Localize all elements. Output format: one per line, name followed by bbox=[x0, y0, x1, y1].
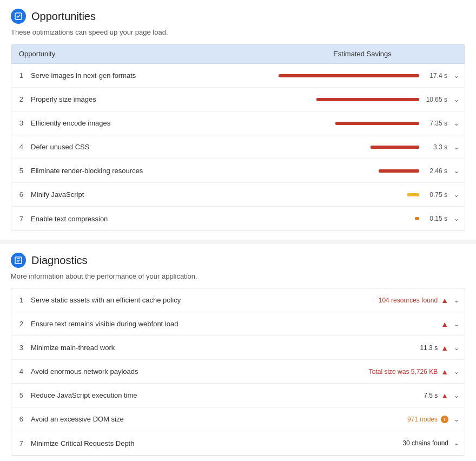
diag-badge: 30 chains found bbox=[402, 439, 448, 447]
row-number: 3 bbox=[11, 119, 28, 127]
expand-chevron[interactable]: ⌄ bbox=[454, 143, 459, 151]
diagnostics-header: Diagnostics bbox=[11, 253, 465, 268]
row-number: 7 bbox=[11, 215, 28, 223]
savings-bar bbox=[371, 146, 419, 149]
table-row: 7 Enable text compression 0.15 s ⌄ bbox=[11, 207, 465, 230]
warning-icon: ▲ bbox=[441, 367, 448, 376]
opportunities-description: These optimizations can speed up your pa… bbox=[11, 28, 465, 36]
table-row: 4 Defer unused CSS 3.3 s ⌄ bbox=[11, 135, 465, 159]
savings-bar bbox=[379, 169, 419, 173]
diag-row: 3 Minimize main-thread work 11.3 s ▲ ⌄ bbox=[11, 336, 465, 360]
table-row: 5 Eliminate render-blocking resources 2.… bbox=[11, 159, 465, 183]
expand-chevron[interactable]: ⌄ bbox=[454, 215, 459, 222]
expand-chevron[interactable]: ⌄ bbox=[454, 439, 459, 447]
diag-badge: Total size was 5,726 KB bbox=[369, 368, 438, 376]
row-number: 3 bbox=[11, 344, 28, 352]
row-savings: 10.65 s ⌄ bbox=[260, 91, 465, 108]
expand-chevron[interactable]: ⌄ bbox=[454, 96, 459, 103]
expand-chevron[interactable]: ⌄ bbox=[454, 320, 459, 328]
savings-value: 7.35 s bbox=[424, 120, 447, 127]
row-savings: 7.35 s ⌄ bbox=[260, 115, 465, 131]
table-row: 2 Properly size images 10.65 s ⌄ bbox=[11, 88, 465, 111]
opportunities-icon bbox=[11, 9, 26, 24]
row-label: Defer unused CSS bbox=[28, 139, 260, 155]
expand-chevron[interactable]: ⌄ bbox=[454, 344, 459, 352]
diag-row: 7 Minimize Critical Requests Depth 30 ch… bbox=[11, 431, 465, 455]
warning-icon: ▲ bbox=[441, 320, 448, 328]
expand-chevron[interactable]: ⌄ bbox=[454, 392, 459, 399]
diag-badge: 104 resources found bbox=[379, 297, 438, 304]
row-savings: 0.15 s ⌄ bbox=[260, 210, 465, 227]
diag-value: ▲ ⌄ bbox=[260, 315, 465, 333]
diagnostics-icon bbox=[11, 253, 26, 268]
diag-badge: 11.3 s bbox=[420, 344, 438, 352]
diag-row: 4 Avoid enormous network payloads Total … bbox=[11, 360, 465, 384]
expand-chevron[interactable]: ⌄ bbox=[454, 72, 459, 80]
row-number: 2 bbox=[11, 320, 28, 328]
diag-row: 1 Serve static assets with an efficient … bbox=[11, 288, 465, 312]
bar-container bbox=[266, 146, 419, 149]
diag-value: Total size was 5,726 KB ▲ ⌄ bbox=[260, 363, 465, 380]
row-number: 5 bbox=[11, 391, 28, 399]
expand-chevron[interactable]: ⌄ bbox=[454, 120, 459, 127]
diag-value: 104 resources found ▲ ⌄ bbox=[260, 292, 465, 309]
diag-label: Avoid an excessive DOM size bbox=[28, 411, 260, 427]
row-label: Efficiently encode images bbox=[28, 115, 260, 131]
diagnostics-section: Diagnostics More information about the p… bbox=[0, 244, 476, 461]
diag-row: 6 Avoid an excessive DOM size 971 nodes … bbox=[11, 407, 465, 431]
savings-bar bbox=[415, 217, 419, 220]
table-row: 1 Serve images in next-gen formats 17.4 … bbox=[11, 64, 465, 88]
row-number: 1 bbox=[11, 71, 28, 80]
table-row: 3 Efficiently encode images 7.35 s ⌄ bbox=[11, 111, 465, 135]
diag-label: Reduce JavaScript execution time bbox=[28, 387, 260, 404]
row-savings: 3.3 s ⌄ bbox=[260, 139, 465, 155]
col-header-savings: Estimated Savings bbox=[260, 44, 465, 63]
section-divider bbox=[0, 240, 476, 244]
diag-badge: 971 nodes bbox=[407, 416, 438, 423]
diag-label: Ensure text remains visible during webfo… bbox=[28, 315, 260, 332]
expand-chevron[interactable]: ⌄ bbox=[454, 368, 459, 376]
row-savings: 17.4 s ⌄ bbox=[260, 68, 465, 84]
bar-container bbox=[266, 217, 419, 220]
warning-icon: ▲ bbox=[441, 391, 448, 400]
row-label: Minify JavaScript bbox=[28, 186, 260, 203]
row-number: 7 bbox=[11, 439, 28, 447]
opportunities-table: Opportunity Estimated Savings 1 Serve im… bbox=[11, 44, 465, 231]
row-number: 2 bbox=[11, 95, 28, 103]
info-icon: i bbox=[441, 416, 448, 423]
diag-row: 5 Reduce JavaScript execution time 7.5 s… bbox=[11, 384, 465, 407]
expand-chevron[interactable]: ⌄ bbox=[454, 191, 459, 199]
diag-label: Avoid enormous network payloads bbox=[28, 363, 260, 380]
diag-value: 11.3 s ▲ ⌄ bbox=[260, 339, 465, 357]
row-label: Eliminate render-blocking resources bbox=[28, 162, 260, 179]
bar-container bbox=[266, 169, 419, 173]
expand-chevron[interactable]: ⌄ bbox=[454, 416, 459, 423]
col-header-opportunity: Opportunity bbox=[11, 44, 260, 63]
expand-chevron[interactable]: ⌄ bbox=[454, 297, 459, 304]
row-savings: 0.75 s ⌄ bbox=[260, 187, 465, 203]
diag-label: Serve static assets with an efficient ca… bbox=[28, 292, 260, 308]
savings-value: 10.65 s bbox=[424, 96, 447, 103]
opportunities-header: Opportunities bbox=[11, 9, 465, 24]
row-number: 6 bbox=[11, 190, 28, 199]
savings-value: 3.3 s bbox=[424, 143, 447, 151]
row-savings: 2.46 s ⌄ bbox=[260, 163, 465, 179]
row-number: 1 bbox=[11, 296, 28, 304]
table-row: 6 Minify JavaScript 0.75 s ⌄ bbox=[11, 183, 465, 207]
row-number: 4 bbox=[11, 367, 28, 376]
diag-label: Minimize Critical Requests Depth bbox=[28, 435, 260, 452]
row-number: 4 bbox=[11, 143, 28, 151]
savings-value: 0.15 s bbox=[424, 215, 447, 222]
diag-value: 971 nodes i ⌄ bbox=[260, 411, 465, 427]
bar-container bbox=[266, 74, 419, 77]
savings-value: 17.4 s bbox=[424, 72, 447, 80]
row-number: 6 bbox=[11, 415, 28, 423]
diag-label: Minimize main-thread work bbox=[28, 339, 260, 356]
bar-container bbox=[266, 193, 419, 196]
opportunities-title: Opportunities bbox=[31, 10, 96, 23]
expand-chevron[interactable]: ⌄ bbox=[454, 167, 459, 175]
savings-value: 2.46 s bbox=[424, 167, 447, 175]
diagnostics-description: More information about the performance o… bbox=[11, 272, 465, 280]
savings-bar bbox=[407, 193, 419, 196]
diagnostics-title: Diagnostics bbox=[31, 254, 87, 267]
